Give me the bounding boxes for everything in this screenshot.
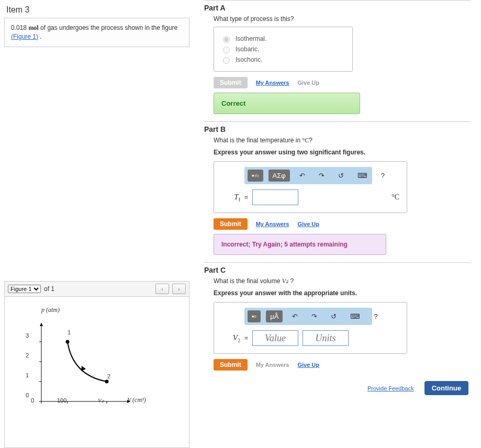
part-c-input-panel: ▪▫ μÅ ↶ ↷ ↺ ⌨ ? V2 = bbox=[214, 302, 407, 354]
figure-of-label: of 1 bbox=[44, 285, 54, 293]
point-2-label: 2 bbox=[107, 373, 110, 379]
reset-icon[interactable]: ↺ bbox=[334, 170, 348, 182]
option-isothermal-label: Isothermal. bbox=[236, 35, 266, 42]
svg-marker-11 bbox=[81, 366, 86, 371]
part-b-equals: = bbox=[244, 194, 248, 201]
footer: Provide Feedback Continue bbox=[204, 381, 471, 395]
part-a-submit-button: Submit bbox=[214, 77, 248, 88]
radio-isobaric[interactable] bbox=[223, 47, 230, 53]
part-b-equation-row: Tf = °C bbox=[221, 189, 399, 205]
help-icon[interactable]: ? bbox=[377, 170, 389, 182]
figure-select[interactable]: Figure 1 bbox=[8, 285, 41, 293]
problem-text: of gas undergoes the process shown in th… bbox=[40, 24, 177, 31]
x-tick-1: 100 bbox=[57, 397, 66, 404]
undo-icon[interactable]: ↶ bbox=[295, 170, 309, 182]
units-button[interactable]: μÅ bbox=[266, 310, 283, 322]
part-b-header: Part B bbox=[204, 121, 471, 133]
part-c-value-input[interactable] bbox=[252, 330, 298, 346]
figure-toolbar: Figure 1 of 1 ‹ › bbox=[4, 281, 189, 296]
radical-button[interactable]: ▪√▫ bbox=[248, 170, 263, 182]
keyboard-icon-c[interactable]: ⌨ bbox=[346, 310, 364, 322]
figure-body: p (atm) V (cm³) 0 100 V₂ 0 1 2 3 1 2 bbox=[4, 296, 189, 448]
reset-icon-c[interactable]: ↺ bbox=[327, 310, 341, 322]
part-a-options: Isothermal. Isobaric. Isochoric. bbox=[214, 27, 353, 72]
problem-unit: mol bbox=[28, 24, 38, 31]
svg-marker-3 bbox=[40, 323, 43, 326]
part-b-q-post: ? bbox=[309, 137, 312, 144]
part-a-give-up-link: Give Up bbox=[297, 80, 319, 86]
figure-prev-button[interactable]: ‹ bbox=[155, 284, 169, 294]
radio-isothermal[interactable] bbox=[223, 36, 230, 43]
figure-next-button[interactable]: › bbox=[172, 284, 186, 294]
option-isobaric-label: Isobaric. bbox=[236, 46, 259, 53]
part-b-toolbar: ▪√▫ ΑΣφ ↶ ↷ ↺ ⌨ ? bbox=[244, 167, 372, 184]
option-isobaric[interactable]: Isobaric. bbox=[220, 45, 346, 53]
part-b-submit-button[interactable]: Submit bbox=[214, 218, 248, 230]
part-c-var-label: V2 bbox=[221, 333, 240, 343]
part-c-equation-row: V2 = bbox=[221, 330, 399, 346]
y-tick-2: 2 bbox=[26, 352, 29, 359]
part-b-my-answers-link[interactable]: My Answers bbox=[256, 221, 289, 227]
part-c-give-up-link[interactable]: Give Up bbox=[297, 362, 319, 368]
item-title: Item 3 bbox=[6, 5, 189, 15]
part-c-buttons: Submit My Answers Give Up bbox=[214, 359, 471, 371]
part-b-var-label: Tf bbox=[221, 193, 240, 203]
figure-link[interactable]: (Figure 1) bbox=[11, 33, 38, 40]
svg-point-12 bbox=[66, 340, 70, 344]
continue-button[interactable]: Continue bbox=[424, 381, 468, 395]
redo-icon[interactable]: ↷ bbox=[315, 170, 329, 182]
option-isochoric-label: Isochoric. bbox=[236, 56, 262, 63]
provide-feedback-link[interactable]: Provide Feedback bbox=[367, 385, 414, 391]
svg-point-13 bbox=[105, 380, 109, 384]
problem-amount: 0.018 bbox=[11, 24, 27, 31]
radio-isochoric[interactable] bbox=[223, 57, 230, 64]
part-b-give-up-link[interactable]: Give Up bbox=[297, 221, 319, 227]
part-b-unit-label: °C bbox=[391, 193, 399, 201]
part-b-question: What is the final temperature in °C? bbox=[214, 137, 471, 144]
part-b-input-panel: ▪√▫ ΑΣφ ↶ ↷ ↺ ⌨ ? Tf = °C bbox=[214, 161, 407, 213]
keyboard-icon[interactable]: ⌨ bbox=[353, 170, 372, 182]
part-c-submit-button[interactable]: Submit bbox=[214, 359, 248, 371]
pv-graph bbox=[10, 307, 167, 422]
part-b-value-input[interactable] bbox=[252, 189, 298, 205]
part-b-instruction: Express your answer using two significan… bbox=[214, 149, 471, 156]
x-axis-label: V (cm³) bbox=[127, 396, 146, 404]
part-a-feedback: Correct bbox=[214, 93, 360, 114]
part-c-header: Part C bbox=[204, 262, 471, 274]
part-a-buttons: Submit My Answers Give Up bbox=[214, 77, 471, 88]
part-a-header: Part A bbox=[204, 0, 471, 12]
part-c-my-answers-link: My Answers bbox=[256, 362, 289, 368]
help-icon-c[interactable]: ? bbox=[370, 310, 382, 322]
problem-statement: 0.018 mol of gas undergoes the process s… bbox=[4, 18, 189, 47]
part-c-q-pre: What is the final volume bbox=[214, 277, 282, 285]
point-1-label: 1 bbox=[68, 329, 71, 335]
problem-tail: . bbox=[38, 33, 42, 40]
part-b-q-unit: °C bbox=[302, 137, 309, 144]
part-c-instruction: Express your answer with the appropriate… bbox=[214, 289, 471, 297]
part-b-q-pre: What is the final temperature in bbox=[214, 137, 302, 144]
y-axis-label: p (atm) bbox=[41, 306, 60, 314]
part-c-equals: = bbox=[244, 334, 248, 342]
part-c-q-post: ? bbox=[288, 277, 294, 285]
part-c-units-input[interactable] bbox=[303, 330, 349, 346]
y-tick-3: 3 bbox=[26, 332, 29, 339]
part-a-question: What type of process is this? bbox=[214, 15, 471, 23]
greek-button[interactable]: ΑΣφ bbox=[269, 170, 290, 182]
part-b-feedback: Incorrect; Try Again; 5 attempts remaini… bbox=[214, 234, 386, 255]
option-isothermal[interactable]: Isothermal. bbox=[220, 35, 346, 43]
option-isochoric[interactable]: Isochoric. bbox=[220, 55, 346, 64]
x-tick-2: V₂ bbox=[98, 397, 104, 404]
figure-panel: Figure 1 of 1 ‹ › bbox=[4, 281, 189, 448]
y-tick-0: 0 bbox=[26, 392, 29, 398]
redo-icon-c[interactable]: ↷ bbox=[307, 310, 321, 322]
x-tick-0: 0 bbox=[31, 397, 34, 404]
part-c-toolbar: ▪▫ μÅ ↶ ↷ ↺ ⌨ ? bbox=[244, 308, 372, 325]
part-c-q-var: V₂ bbox=[282, 277, 288, 285]
part-a-my-answers-link[interactable]: My Answers bbox=[256, 80, 289, 86]
undo-icon-c[interactable]: ↶ bbox=[288, 310, 302, 322]
y-tick-1: 1 bbox=[26, 372, 29, 378]
part-c-question: What is the final volume V₂ ? bbox=[214, 277, 471, 285]
part-b-buttons: Submit My Answers Give Up bbox=[214, 218, 471, 230]
templates-button[interactable]: ▪▫ bbox=[248, 310, 261, 322]
